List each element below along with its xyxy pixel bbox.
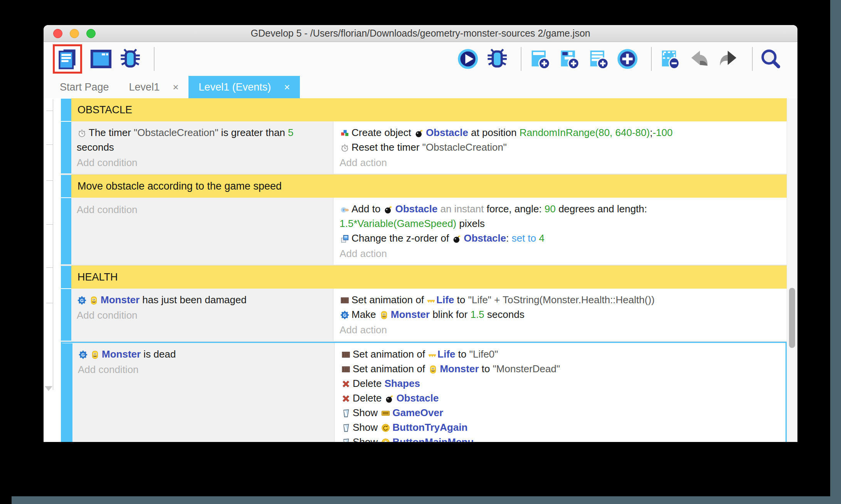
action-line[interactable]: Set animation of ♥♥♥Life to "Life" + ToS… (340, 292, 780, 307)
object-name: Life (436, 294, 454, 306)
instruction-text: RandomInRange(80, 640-80) (520, 127, 650, 138)
object-name: Monster (101, 294, 140, 306)
action-line[interactable]: Show ButtonMainMenu (341, 435, 779, 442)
remove-event-button[interactable] (658, 47, 682, 71)
action-line[interactable]: Show GameOver (341, 405, 779, 420)
instruction-text: 1.5 (470, 309, 484, 320)
instruction-text: Delete (353, 392, 384, 404)
collapse-arrow-icon[interactable] (45, 386, 52, 391)
event-drag-handle[interactable] (62, 343, 72, 442)
add-condition-button[interactable]: Add condition (77, 202, 327, 218)
tab-start-page[interactable]: Start Page (50, 76, 119, 98)
event-group-header[interactable]: HEALTH (61, 265, 787, 289)
action-line[interactable]: Show ButtonTryAgain (341, 420, 779, 435)
action-line[interactable]: Set animation of Monster to "MonsterDead… (341, 361, 779, 376)
minimize-window-button[interactable] (70, 29, 79, 38)
action-line[interactable]: 1.5*Variable(GameSpeed) pixels (340, 216, 780, 231)
object-name: Shapes (384, 378, 420, 389)
tree-stub (46, 303, 53, 303)
add-condition-button[interactable]: Add condition (78, 361, 328, 378)
redo-button[interactable] (717, 47, 740, 71)
event-row-selected[interactable]: GMonster is deadAdd conditionSet animati… (61, 342, 787, 442)
event-row[interactable]: Add conditionAdd to Obstacle an instant … (61, 198, 787, 265)
event-drag-handle[interactable] (61, 122, 71, 173)
action-line[interactable]: Set animation of ♥♥♥Life to "Life0" (341, 347, 779, 361)
object-name: ButtonTryAgain (392, 422, 468, 433)
scene-editor-button[interactable] (89, 47, 113, 71)
preview-button[interactable] (456, 47, 480, 71)
scrollbar-thumb[interactable] (789, 288, 795, 348)
instruction-text: force, angle: (484, 203, 545, 215)
action-line[interactable]: Change the z-order of Obstacle: set to 4 (340, 231, 780, 245)
instruction-text: "MonsterDead" (493, 363, 560, 375)
action-line[interactable]: Delete Obstacle (341, 391, 779, 405)
zoom-window-button[interactable] (86, 29, 96, 38)
add-action-button[interactable]: Add action (340, 155, 780, 171)
event-group-header[interactable]: Move obstacle according to the game spee… (61, 175, 787, 198)
object-name: GameOver (392, 407, 443, 418)
add-condition-button[interactable]: Add condition (77, 307, 327, 323)
condition-line[interactable]: GMonster has just been damaged (77, 292, 327, 307)
event-drag-handle[interactable] (61, 198, 71, 264)
condition-line[interactable]: seconds (77, 140, 327, 155)
undo-button[interactable] (687, 47, 711, 71)
gameover-icon (381, 408, 390, 418)
tab-label: Level1 (Events) (198, 81, 271, 93)
background-window-edge-bottom (12, 496, 841, 504)
tab-bar: Start PageLevel1×Level1 (Events)× (44, 76, 797, 98)
instruction-text: is dead (141, 348, 176, 360)
action-line[interactable]: Reset the timer "ObstacleCreation" (340, 140, 780, 155)
debugger-button[interactable] (118, 47, 142, 71)
undo-icon (688, 48, 710, 70)
instruction-text: 4 (539, 232, 544, 244)
instruction-text: Add to (352, 203, 383, 215)
search-button[interactable] (759, 47, 783, 71)
close-window-button[interactable] (53, 29, 62, 38)
event-group-header[interactable]: OBSTACLE (61, 98, 787, 121)
tab-level1[interactable]: Level1× (119, 76, 189, 98)
tab-close-button[interactable]: × (173, 81, 178, 93)
event-row[interactable]: The timer "ObstacleCreation" is greater … (61, 121, 787, 175)
add-new-button[interactable] (616, 47, 639, 71)
gear-icon: G (340, 310, 350, 320)
add-condition-button[interactable]: Add condition (77, 155, 327, 171)
action-line[interactable]: Add to Obstacle an instant force, angle:… (340, 202, 780, 216)
project-manager-button[interactable] (53, 44, 82, 74)
event-drag-handle[interactable] (61, 289, 71, 341)
event-drag-handle[interactable] (61, 266, 71, 288)
tab-level1-events[interactable]: Level1 (Events)× (188, 76, 300, 98)
event-row[interactable]: GMonster has just been damagedAdd condit… (61, 289, 787, 342)
redo-icon (717, 48, 740, 70)
add-comment-button[interactable] (586, 47, 610, 71)
add-event-button[interactable] (528, 47, 552, 71)
instruction-text: is greater than (218, 127, 288, 138)
film-icon (341, 365, 351, 374)
debug-preview-button[interactable] (485, 47, 509, 71)
delete-icon (341, 394, 351, 403)
hearts-icon: ♥♥♥ (427, 298, 434, 304)
titlebar[interactable]: GDevelop 5 - /Users/florian/Downloads/ge… (44, 25, 797, 42)
traffic-lights (53, 25, 96, 42)
condition-line[interactable]: GMonster is dead (78, 347, 328, 361)
add-event-icon (528, 48, 551, 70)
actions-column: Create object Obstacle at position Rando… (333, 121, 787, 174)
action-line[interactable]: Delete Shapes (341, 376, 779, 391)
add-action-button[interactable]: Add action (340, 322, 780, 338)
monster-icon (428, 365, 438, 374)
conditions-column: GMonster has just been damagedAdd condit… (71, 289, 333, 341)
instruction-text: pixels (456, 218, 485, 229)
instruction-text: Create object (352, 127, 414, 138)
tree-stub (46, 267, 53, 268)
event-drag-handle[interactable] (61, 99, 71, 121)
instruction-text: Show (353, 436, 380, 442)
vertical-scrollbar[interactable] (787, 98, 797, 442)
action-line[interactable]: Create object Obstacle at position Rando… (340, 125, 780, 140)
tab-close-button[interactable]: × (284, 81, 290, 93)
add-action-button[interactable]: Add action (340, 245, 780, 262)
action-line[interactable]: GMake Monster blink for 1.5 seconds (340, 307, 780, 322)
condition-line[interactable]: The timer "ObstacleCreation" is greater … (77, 125, 327, 140)
event-drag-handle[interactable] (61, 175, 71, 197)
delete-icon (341, 379, 351, 389)
add-subevent-button[interactable] (557, 47, 581, 71)
bomb-icon (385, 394, 394, 403)
